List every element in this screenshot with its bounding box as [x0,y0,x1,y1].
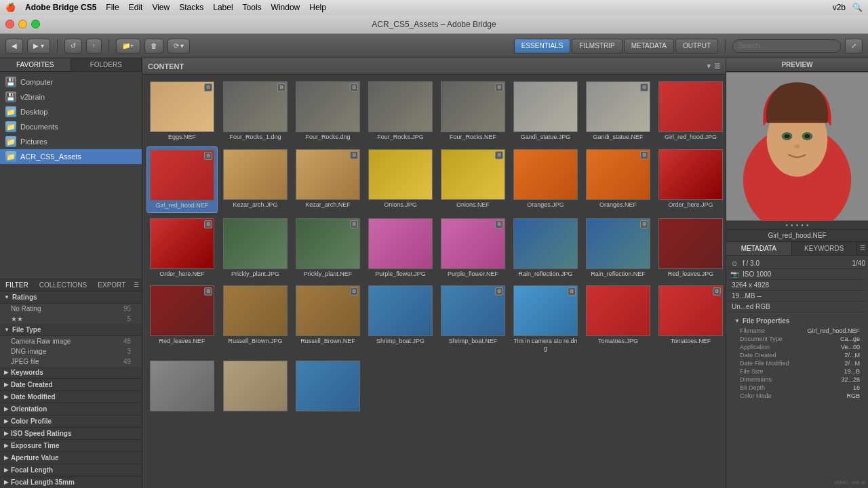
thumb-order-jpg[interactable]: Order_here.JPG [656,146,726,213]
thumb-onions-nef[interactable]: ⚙ Onions.NEF [438,146,508,213]
thumb-girl-red-nef[interactable]: ⚙ Girl_red_hood.NEF [146,146,218,213]
thumb-image: ⚙ [441,81,505,132]
thumb-gandi-nef[interactable]: ⚙ Gandi_statue.NEF [583,79,653,144]
keywords-tab[interactable]: KEYWORDS [792,242,858,255]
filter-exposure-header[interactable]: ▶ Exposure Time [0,440,142,452]
filter-focallength35-header[interactable]: ▶ Focal Length 35mm [0,476,142,488]
thumb-oranges-jpg[interactable]: Oranges.JPG [511,146,580,213]
fav-v2brain[interactable]: 💾 v2brain [0,89,142,104]
refresh-button[interactable]: ↺ [64,39,82,54]
collections-tab[interactable]: COLLECTIONS [34,279,93,291]
filter-ratings-header[interactable]: ▼ Ratings [0,291,142,304]
thumb-girl-red-jpg[interactable]: Girl_red_hood.JPG [656,79,726,144]
tab-favorites[interactable]: FAVORITES [0,58,71,71]
filter-colorprofile-header[interactable]: ▶ Color Profile [0,415,142,428]
thumb-bottom-3[interactable] [293,358,363,415]
metadata-mode-button[interactable]: METADATA [624,39,674,54]
window-menu[interactable]: Window [271,3,300,12]
back-button[interactable]: ◀ [5,39,23,54]
thumb-onions-jpg[interactable]: Onions.JPG [366,146,435,213]
filter-datecreated-header[interactable]: ▶ Date Created [0,379,142,391]
fav-computer[interactable]: 💾 Computer [0,75,142,89]
essentials-mode-button[interactable]: ESSENTIALS [514,39,571,54]
view-menu[interactable]: View [152,3,170,12]
maximize-button[interactable] [31,20,40,28]
apple-menu[interactable]: 🍎 [5,3,16,12]
help-menu[interactable]: Help [309,3,326,12]
sort-options[interactable]: ▼ ☰ [705,62,720,70]
thumb-four-rocks-1-dng[interactable]: ⚙ Four_Rocks_1.dng [220,79,290,144]
thumb-russell-jpg[interactable]: Russell_Brown.JPG [220,283,290,355]
fav-documents[interactable]: 📁 Documents [0,119,142,134]
file-menu[interactable]: File [106,3,119,12]
thumb-purple-jpg[interactable]: Purple_flower.JPG [366,216,435,281]
filter-raw[interactable]: Camera Raw image 48 [0,336,142,346]
filter-filetype-header[interactable]: ▼ File Type [0,324,142,336]
filter-aperture-header[interactable]: ▶ Aperture Value [0,452,142,464]
thumb-four-rocks-nef[interactable]: ⚙ Four_Rocks.NEF [438,79,508,144]
filter-tab[interactable]: FILTER [0,279,34,291]
search-expand-button[interactable]: ⤢ [845,39,863,54]
filter-iso-header[interactable]: ▶ ISO Speed Ratings [0,428,142,440]
filter-two-star[interactable]: ★★ 5 [0,314,142,324]
close-button[interactable] [5,20,14,28]
thumb-rain-jpg[interactable]: Rain_reflection.JPG [511,216,580,281]
edit-menu[interactable]: Edit [129,3,143,12]
thumb-order-nef[interactable]: ⚙ Order_here.NEF [146,216,218,281]
meta-options-icon[interactable]: ☰ [857,242,868,255]
fav-acr-assets[interactable]: 📁 ACR_CS5_Assets [0,149,142,164]
filter-datemodified-header[interactable]: ▶ Date Modified [0,391,142,403]
thumb-oranges-nef[interactable]: ⚙ Oranges.NEF [583,146,653,213]
metadata-tab[interactable]: METADATA [726,242,792,255]
thumb-shrimp-nef[interactable]: ⚙ Shrimp_boat.NEF [438,283,508,355]
thumb-prickly-jpg[interactable]: Prickly_plant.JPG [220,216,290,281]
thumb-eggs-nef[interactable]: ⚙ Eggs.NEF [146,79,218,144]
delete-button[interactable]: 🗑 [144,39,163,54]
filter-no-rating[interactable]: No Rating 95 [0,304,142,314]
thumb-kezar-jpg[interactable]: Kezar_arch.JPG [220,146,290,213]
label-menu[interactable]: Label [213,3,233,12]
new-folder-button[interactable]: 📁+ [116,39,140,54]
thumb-russell-nef[interactable]: ⚙ Russell_Brown.NEF [293,283,363,355]
thumb-red-leaves-nef[interactable]: ⚙ Red_leaves.NEF [146,283,218,355]
minimize-button[interactable] [18,20,27,28]
thumb-shrimp-jpg[interactable]: Shrimp_boat.JPG [366,283,435,355]
thumb-prickly-nef[interactable]: ⚙ Prickly_plant.NEF [293,216,363,281]
fav-pictures[interactable]: 📁 Pictures [0,134,142,149]
search-icon[interactable]: 🔍 [852,3,863,12]
filter-keywords-header[interactable]: ▶ Keywords [0,367,142,379]
thumb-gandi-jpg[interactable]: Gandi_statue.JPG [511,79,580,144]
output-mode-button[interactable]: OUTPUT [675,39,718,54]
parent-folder-button[interactable]: ↑ [86,39,102,54]
thumb-four-rocks-dng[interactable]: ⚙ Four_Rocks.dng [293,79,363,144]
stacks-menu[interactable]: Stacks [179,3,203,12]
thumb-tomatoes-jpg[interactable]: Tomatoes.JPG [583,283,653,355]
search-input[interactable] [732,39,841,53]
thumb-red-leaves-jpg[interactable]: Red_leaves.JPG [656,216,726,281]
export-tab[interactable]: EXPORT [92,279,131,291]
thumb-rain-nef[interactable]: ⚙ Rain_reflection.NEF [583,216,653,281]
thumb-bottom-2[interactable] [220,358,290,415]
filter-orientation-header[interactable]: ▶ Orientation [0,403,142,415]
tab-folders[interactable]: FOLDERS [71,58,142,71]
thumb-bottom-1[interactable] [146,358,218,415]
filter-options-icon[interactable]: ☰ [131,279,142,291]
tools-menu[interactable]: Tools [243,3,262,12]
file-properties-header[interactable]: ▼ File Properties [732,315,863,327]
thumb-purple-nef[interactable]: ⚙ Purple_flower.NEF [438,216,508,281]
arrow-icon: ▶ [4,455,8,461]
filter-dng[interactable]: DNG image 3 [0,346,142,357]
thumb-tim-dng[interactable]: ⚙ Tim in camera sto re.dng [511,283,580,355]
hdd-icon: 💾 [5,92,16,102]
forward-button[interactable]: ▶ ▾ [27,39,50,54]
thumb-kezar-nef[interactable]: ⚙ Kezar_arch.NEF [293,146,363,213]
filter-jpeg[interactable]: JPEG file 49 [0,357,142,367]
filter-focallength-header[interactable]: ▶ Focal Length [0,464,142,476]
fav-desktop[interactable]: 📁 Desktop [0,104,142,119]
thumb-four-rocks-jpg[interactable]: Four_Rocks.JPG [366,79,435,144]
thumb-tomatoes-nef[interactable]: ⚙ Tomatoes.NEF [656,283,726,355]
filmstrip-mode-button[interactable]: FILMSTRIP [572,39,622,54]
rotate-button[interactable]: ⟳ ▾ [167,39,191,54]
app-name-menu[interactable]: Adobe Bridge CS5 [25,3,96,12]
content-scroll[interactable]: ⚙ Eggs.NEF ⚙ Four_Rocks_1.dng ⚙ Four_Roc… [142,75,726,488]
